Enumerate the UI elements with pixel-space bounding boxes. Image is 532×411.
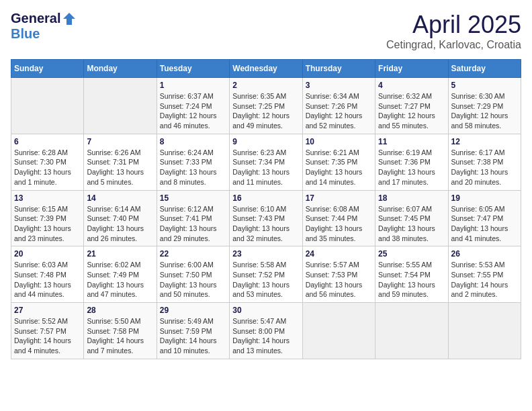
svg-marker-0 bbox=[63, 13, 75, 25]
day-info: Sunrise: 6:30 AM Sunset: 7:29 PM Dayligh… bbox=[451, 91, 518, 131]
day-number: 5 bbox=[451, 81, 518, 90]
day-info: Sunrise: 6:00 AM Sunset: 7:50 PM Dayligh… bbox=[160, 260, 226, 300]
day-info: Sunrise: 6:17 AM Sunset: 7:38 PM Dayligh… bbox=[451, 148, 518, 187]
day-info: Sunrise: 6:24 AM Sunset: 7:33 PM Dayligh… bbox=[160, 148, 226, 187]
calendar-cell: 4Sunrise: 6:32 AM Sunset: 7:27 PM Daylig… bbox=[375, 78, 448, 134]
day-number: 10 bbox=[306, 137, 372, 146]
day-number: 27 bbox=[14, 306, 81, 315]
logo-icon bbox=[62, 11, 77, 26]
day-number: 3 bbox=[306, 81, 372, 90]
day-number: 16 bbox=[232, 193, 299, 203]
calendar-cell: 13Sunrise: 6:15 AM Sunset: 7:39 PM Dayli… bbox=[11, 190, 84, 246]
day-info: Sunrise: 5:47 AM Sunset: 8:00 PM Dayligh… bbox=[232, 316, 299, 356]
day-info: Sunrise: 6:28 AM Sunset: 7:30 PM Dayligh… bbox=[14, 148, 81, 187]
day-number: 24 bbox=[306, 249, 372, 259]
calendar-cell: 29Sunrise: 5:49 AM Sunset: 7:59 PM Dayli… bbox=[157, 303, 229, 359]
calendar-cell: 6Sunrise: 6:28 AM Sunset: 7:30 PM Daylig… bbox=[11, 134, 84, 190]
day-info: Sunrise: 5:53 AM Sunset: 7:55 PM Dayligh… bbox=[451, 260, 518, 300]
day-info: Sunrise: 6:10 AM Sunset: 7:43 PM Dayligh… bbox=[232, 204, 299, 244]
calendar-week-5: 27Sunrise: 5:52 AM Sunset: 7:57 PM Dayli… bbox=[11, 303, 521, 359]
calendar-month-year: April 2025 bbox=[386, 11, 521, 39]
calendar-cell: 30Sunrise: 5:47 AM Sunset: 8:00 PM Dayli… bbox=[230, 303, 302, 359]
day-number: 18 bbox=[378, 193, 445, 203]
day-info: Sunrise: 6:23 AM Sunset: 7:34 PM Dayligh… bbox=[232, 148, 299, 187]
calendar-cell: 15Sunrise: 6:12 AM Sunset: 7:41 PM Dayli… bbox=[157, 190, 229, 246]
calendar-week-3: 13Sunrise: 6:15 AM Sunset: 7:39 PM Dayli… bbox=[11, 190, 521, 246]
day-number: 12 bbox=[451, 137, 518, 146]
day-number: 19 bbox=[451, 193, 518, 203]
day-number: 26 bbox=[451, 249, 518, 259]
day-number: 15 bbox=[160, 193, 226, 203]
calendar-cell: 23Sunrise: 5:58 AM Sunset: 7:52 PM Dayli… bbox=[230, 246, 302, 303]
day-number: 2 bbox=[232, 81, 299, 90]
calendar-cell: 26Sunrise: 5:53 AM Sunset: 7:55 PM Dayli… bbox=[448, 246, 521, 303]
weekday-header-saturday: Saturday bbox=[448, 60, 521, 78]
day-info: Sunrise: 6:02 AM Sunset: 7:49 PM Dayligh… bbox=[87, 260, 153, 300]
calendar-title-block: April 2025 Cetingrad, Karlovac, Croatia bbox=[386, 11, 521, 51]
day-info: Sunrise: 5:58 AM Sunset: 7:52 PM Dayligh… bbox=[232, 260, 299, 300]
calendar-week-2: 6Sunrise: 6:28 AM Sunset: 7:30 PM Daylig… bbox=[11, 134, 521, 190]
calendar-cell bbox=[375, 303, 448, 359]
calendar-cell bbox=[84, 78, 157, 134]
day-info: Sunrise: 6:08 AM Sunset: 7:44 PM Dayligh… bbox=[306, 204, 372, 244]
day-info: Sunrise: 6:26 AM Sunset: 7:31 PM Dayligh… bbox=[87, 148, 153, 187]
weekday-header-friday: Friday bbox=[375, 60, 448, 78]
day-info: Sunrise: 6:34 AM Sunset: 7:26 PM Dayligh… bbox=[306, 91, 372, 131]
day-info: Sunrise: 6:19 AM Sunset: 7:36 PM Dayligh… bbox=[378, 148, 445, 187]
calendar-cell: 12Sunrise: 6:17 AM Sunset: 7:38 PM Dayli… bbox=[448, 134, 521, 190]
day-info: Sunrise: 5:55 AM Sunset: 7:54 PM Dayligh… bbox=[378, 260, 445, 300]
weekday-header-wednesday: Wednesday bbox=[230, 60, 302, 78]
day-number: 13 bbox=[14, 193, 81, 203]
day-info: Sunrise: 6:15 AM Sunset: 7:39 PM Dayligh… bbox=[14, 204, 81, 244]
calendar-week-1: 1Sunrise: 6:37 AM Sunset: 7:24 PM Daylig… bbox=[11, 78, 521, 134]
calendar-cell bbox=[448, 303, 521, 359]
calendar-cell: 16Sunrise: 6:10 AM Sunset: 7:43 PM Dayli… bbox=[230, 190, 302, 246]
day-number: 7 bbox=[87, 137, 153, 146]
day-info: Sunrise: 6:32 AM Sunset: 7:27 PM Dayligh… bbox=[378, 91, 445, 131]
calendar-header: SundayMondayTuesdayWednesdayThursdayFrid… bbox=[11, 60, 521, 78]
calendar-week-4: 20Sunrise: 6:03 AM Sunset: 7:48 PM Dayli… bbox=[11, 246, 521, 303]
calendar-cell: 7Sunrise: 6:26 AM Sunset: 7:31 PM Daylig… bbox=[84, 134, 157, 190]
calendar-cell: 5Sunrise: 6:30 AM Sunset: 7:29 PM Daylig… bbox=[448, 78, 521, 134]
calendar-cell: 20Sunrise: 6:03 AM Sunset: 7:48 PM Dayli… bbox=[11, 246, 84, 303]
day-number: 21 bbox=[87, 249, 153, 259]
calendar-cell: 10Sunrise: 6:21 AM Sunset: 7:35 PM Dayli… bbox=[302, 134, 375, 190]
calendar-cell: 28Sunrise: 5:50 AM Sunset: 7:58 PM Dayli… bbox=[84, 303, 157, 359]
day-info: Sunrise: 6:21 AM Sunset: 7:35 PM Dayligh… bbox=[306, 148, 372, 187]
calendar-cell bbox=[302, 303, 375, 359]
day-info: Sunrise: 6:03 AM Sunset: 7:48 PM Dayligh… bbox=[14, 260, 81, 300]
calendar-cell: 19Sunrise: 6:05 AM Sunset: 7:47 PM Dayli… bbox=[448, 190, 521, 246]
day-number: 8 bbox=[160, 137, 226, 146]
day-number: 17 bbox=[306, 193, 372, 203]
day-info: Sunrise: 5:50 AM Sunset: 7:58 PM Dayligh… bbox=[87, 316, 153, 356]
calendar-cell: 24Sunrise: 5:57 AM Sunset: 7:53 PM Dayli… bbox=[302, 246, 375, 303]
day-number: 14 bbox=[87, 193, 153, 203]
calendar-cell: 18Sunrise: 6:07 AM Sunset: 7:45 PM Dayli… bbox=[375, 190, 448, 246]
calendar-cell bbox=[11, 78, 84, 134]
day-number: 11 bbox=[378, 137, 445, 146]
calendar-table: SundayMondayTuesdayWednesdayThursdayFrid… bbox=[11, 59, 521, 359]
day-info: Sunrise: 6:37 AM Sunset: 7:24 PM Dayligh… bbox=[160, 91, 226, 131]
day-info: Sunrise: 6:14 AM Sunset: 7:40 PM Dayligh… bbox=[87, 204, 153, 244]
day-info: Sunrise: 5:49 AM Sunset: 7:59 PM Dayligh… bbox=[160, 316, 226, 356]
day-number: 20 bbox=[14, 249, 81, 259]
day-info: Sunrise: 6:05 AM Sunset: 7:47 PM Dayligh… bbox=[451, 204, 518, 244]
logo-general: General bbox=[11, 11, 60, 26]
calendar-cell: 9Sunrise: 6:23 AM Sunset: 7:34 PM Daylig… bbox=[230, 134, 302, 190]
day-info: Sunrise: 6:12 AM Sunset: 7:41 PM Dayligh… bbox=[160, 204, 226, 244]
day-info: Sunrise: 6:07 AM Sunset: 7:45 PM Dayligh… bbox=[378, 204, 445, 244]
day-number: 23 bbox=[232, 249, 299, 259]
calendar-cell: 1Sunrise: 6:37 AM Sunset: 7:24 PM Daylig… bbox=[157, 78, 229, 134]
day-number: 22 bbox=[160, 249, 226, 259]
day-number: 4 bbox=[378, 81, 445, 90]
page-header: General Blue April 2025 Cetingrad, Karlo… bbox=[11, 11, 521, 51]
logo-blue: Blue bbox=[11, 26, 40, 42]
calendar-cell: 8Sunrise: 6:24 AM Sunset: 7:33 PM Daylig… bbox=[157, 134, 229, 190]
day-number: 25 bbox=[378, 249, 445, 259]
day-number: 9 bbox=[232, 137, 299, 146]
calendar-cell: 3Sunrise: 6:34 AM Sunset: 7:26 PM Daylig… bbox=[302, 78, 375, 134]
day-number: 6 bbox=[14, 137, 81, 146]
calendar-cell: 21Sunrise: 6:02 AM Sunset: 7:49 PM Dayli… bbox=[84, 246, 157, 303]
day-info: Sunrise: 6:35 AM Sunset: 7:25 PM Dayligh… bbox=[232, 91, 299, 131]
day-number: 1 bbox=[160, 81, 226, 90]
